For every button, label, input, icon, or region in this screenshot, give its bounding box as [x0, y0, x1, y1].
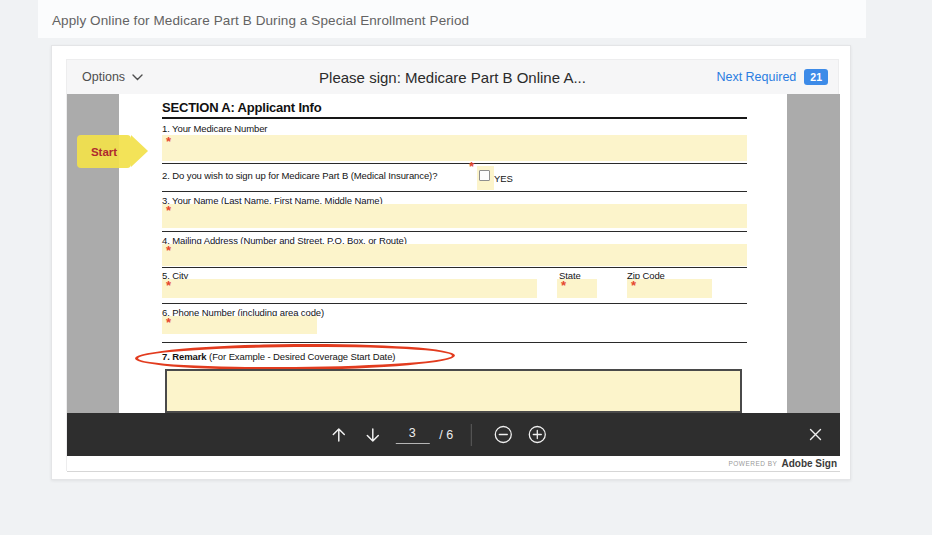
required-count-badge: 21	[804, 69, 828, 85]
field-label-medicare-number: 1. Your Medicare Number	[162, 123, 267, 134]
zoom-in-icon	[528, 425, 547, 444]
form-divider	[162, 342, 747, 343]
section-underline	[162, 117, 747, 119]
close-viewer-button[interactable]	[798, 413, 832, 456]
required-asterisk: *	[469, 160, 474, 173]
required-asterisk: *	[166, 279, 171, 292]
document-page: SECTION A: Applicant Info 1. Your Medica…	[67, 94, 840, 413]
powered-by-label: POWERED BY	[728, 460, 777, 467]
required-asterisk: *	[166, 204, 171, 217]
state-input[interactable]: *	[557, 279, 597, 298]
zoom-in-button[interactable]	[524, 413, 550, 456]
page-separator: /	[439, 428, 442, 442]
required-asterisk: *	[166, 135, 171, 148]
start-tab-label: Start	[91, 146, 117, 158]
document-viewer: Options Please sign: Medicare Part B Onl…	[66, 59, 839, 471]
previous-page-button[interactable]	[325, 413, 351, 456]
field-label-signup-question: 2. Do you wish to sign up for Medicare P…	[162, 170, 437, 181]
arrow-up-icon	[329, 426, 347, 444]
required-asterisk: *	[561, 279, 566, 292]
red-circle-annotation	[135, 343, 455, 372]
start-arrow-icon	[131, 135, 148, 167]
city-input[interactable]: *	[162, 279, 537, 298]
zoom-out-icon	[494, 425, 513, 444]
esign-widget-card: Options Please sign: Medicare Part B Onl…	[51, 45, 851, 480]
next-required-button[interactable]: Next Required 21	[716, 60, 828, 94]
zoom-out-button[interactable]	[490, 413, 516, 456]
form-divider	[162, 303, 747, 304]
start-tab[interactable]: Start	[77, 135, 149, 168]
page-gutter-right	[787, 94, 840, 413]
yes-checkbox[interactable]	[479, 170, 490, 181]
close-icon	[808, 427, 823, 442]
required-asterisk: *	[631, 279, 636, 292]
required-asterisk: *	[166, 316, 171, 329]
sign-toolbar: Options Please sign: Medicare Part B Onl…	[67, 60, 838, 94]
page-nav-bar: 3 / 6	[67, 413, 840, 456]
adobe-sign-brand: Adobe Sign	[781, 458, 837, 469]
form-divider	[162, 163, 747, 164]
powered-by-footer: POWERED BY Adobe Sign	[67, 456, 840, 472]
required-asterisk: *	[166, 244, 171, 257]
toolbar-divider	[471, 424, 472, 446]
next-page-button[interactable]	[359, 413, 385, 456]
form-divider	[162, 267, 747, 268]
form-divider	[162, 231, 747, 232]
medicare-number-input[interactable]: *	[162, 135, 747, 161]
page-title: Apply Online for Medicare Part B During …	[52, 13, 469, 28]
section-title: SECTION A: Applicant Info	[162, 100, 321, 115]
zip-code-input[interactable]: *	[627, 279, 712, 298]
phone-number-input[interactable]: *	[162, 316, 317, 334]
page-number-input[interactable]: 3	[395, 426, 429, 444]
page-count: / 6	[439, 428, 453, 442]
total-pages: 6	[446, 428, 453, 442]
yes-checkbox-label: YES	[494, 173, 513, 184]
form-divider	[162, 191, 747, 192]
remark-textarea[interactable]	[165, 369, 742, 413]
next-required-label: Next Required	[716, 70, 796, 84]
your-name-input[interactable]: *	[162, 204, 747, 228]
mailing-address-input[interactable]: *	[162, 244, 747, 266]
arrow-down-icon	[363, 426, 381, 444]
